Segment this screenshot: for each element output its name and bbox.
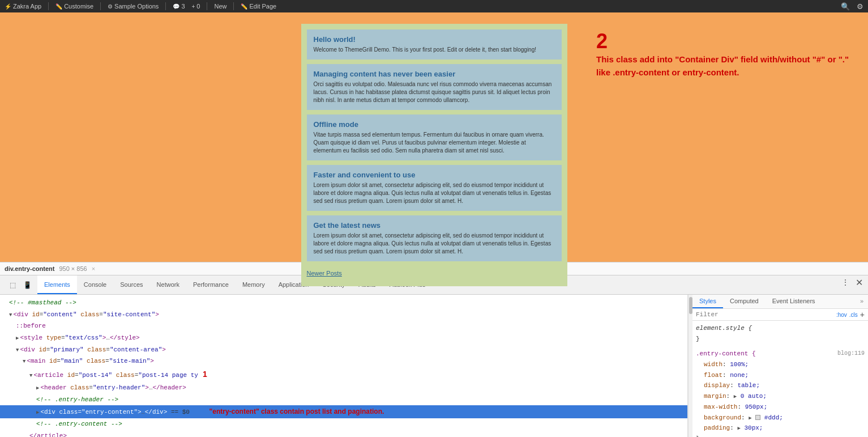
styles-tab-event-listeners[interactable]: Event Listeners: [766, 295, 822, 308]
tab-memory[interactable]: Memory: [236, 275, 272, 294]
topbar-new[interactable]: New: [214, 3, 226, 10]
tab-elements[interactable]: Elements: [37, 275, 77, 294]
elem-line[interactable]: ▼<main id="main" class="site-main">: [0, 355, 687, 367]
style-prop: float: none;: [696, 370, 865, 381]
styles-content: element.style { } .entry-content { blog:…: [692, 321, 868, 437]
styles-tabs: Styles Computed Event Listeners »: [692, 295, 868, 309]
elem-line[interactable]: ▼<div id="primary" class="content-area">: [0, 344, 687, 356]
blog-post: Offline mode Vitae turpis massa sed elem…: [307, 114, 562, 160]
separator: [165, 2, 166, 10]
devtools-close-button[interactable]: ✕: [852, 275, 866, 289]
preview-area: Hello world! Welcome to ThemeGrill Demo.…: [0, 12, 868, 262]
elem-line[interactable]: ▶<style type="text/css">…</style>: [0, 332, 687, 344]
blog-post-title[interactable]: Offline mode: [314, 120, 555, 129]
blog-post-title[interactable]: Hello world!: [314, 35, 555, 44]
styles-tab-more[interactable]: »: [856, 295, 868, 308]
elem-line[interactable]: <!-- #masthead -->: [0, 297, 687, 309]
devtools-icons: ⬚ 📱: [2, 275, 37, 294]
annotation-2: 2 This class add into "Container Div" fi…: [596, 29, 857, 79]
elem-line[interactable]: ▼<div id="content" class="site-content">: [0, 309, 687, 321]
style-selector: element.style {: [696, 323, 865, 334]
filter-cls[interactable]: .cls: [849, 312, 858, 318]
elem-line[interactable]: <!-- .entry-content -->: [0, 418, 687, 430]
style-close: }: [696, 334, 865, 345]
devtools-panel: ⬚ 📱 Elements Console Sources Network Per…: [0, 275, 868, 437]
style-source-link[interactable]: blog:119: [837, 349, 865, 358]
topbar-settings[interactable]: ⚙: [857, 2, 863, 11]
style-block-header: .entry-content { blog:119: [696, 349, 865, 359]
blog-post: Get the latest news Lorem ipsum dolor si…: [307, 215, 562, 261]
plus-icon: +: [192, 3, 195, 10]
elements-panel[interactable]: <!-- #masthead --> ▼<div id="content" cl…: [0, 295, 688, 437]
blog-post-text: Vitae turpis massa sed elementum tempus.…: [314, 131, 555, 155]
tab-network[interactable]: Network: [150, 275, 186, 294]
separator: [233, 2, 234, 10]
elem-line[interactable]: </article>: [0, 430, 687, 437]
comment-icon: 💬: [173, 3, 179, 10]
topbar-sample-options[interactable]: ⚙ Sample Options: [108, 3, 159, 10]
filter-hov[interactable]: :hov: [836, 312, 847, 318]
style-prop: width: 100%;: [696, 359, 865, 370]
tab-console[interactable]: Console: [77, 275, 113, 294]
style-prop: background: ▶ #ddd;: [696, 413, 865, 423]
style-block-element: element.style { }: [696, 323, 865, 344]
blog-post: Faster and convenient to use Lorem ipsum…: [307, 165, 562, 211]
style-prop: display: table;: [696, 380, 865, 391]
separator: [100, 2, 101, 10]
selected-class: div.entry-content: [5, 265, 54, 272]
selected-dimensions: 950 × 856: [59, 265, 87, 272]
style-block-entry-content: .entry-content { blog:119 width: 100%; f…: [696, 349, 865, 437]
blog-post-title[interactable]: Get the latest news: [314, 221, 555, 230]
separator: [207, 2, 207, 10]
filter-add[interactable]: +: [860, 310, 865, 319]
annotation-number: 2: [596, 29, 857, 53]
topbar-search[interactable]: 🔍: [841, 2, 850, 11]
blog-post-title[interactable]: Managing content has never been easier: [314, 70, 555, 78]
customise-icon: ✏️: [55, 3, 62, 10]
elem-line[interactable]: ▼<article id="post-14" class="post-14 pa…: [0, 367, 687, 382]
elem-line[interactable]: ::before: [0, 320, 687, 332]
blog-post-title[interactable]: Faster and convenient to use: [314, 171, 555, 179]
style-prop: max-width: 950px;: [696, 402, 865, 413]
blog-post: Hello world! Welcome to ThemeGrill Demo.…: [307, 29, 562, 60]
top-bar: ⚡ Zakra App ✏️ Customise ⚙ Sample Option…: [0, 0, 868, 12]
styles-filter-bar: :hov .cls +: [692, 309, 868, 321]
blog-post-text: Lorem ipsum dolor sit amet, consectetur …: [314, 181, 555, 205]
style-prop: margin: ▶ 0 auto;: [696, 391, 865, 402]
devtools-body: <!-- #masthead --> ▼<div id="content" cl…: [0, 295, 868, 437]
color-swatch: [755, 415, 760, 420]
styles-panel: Styles Computed Event Listeners » :hov .…: [692, 295, 868, 437]
topbar-comments[interactable]: 💬 3: [173, 3, 185, 10]
blog-post-text: Lorem ipsum dolor sit amet, consectetur …: [314, 232, 555, 256]
tab-sources[interactable]: Sources: [113, 275, 149, 294]
blog-post-text: Welcome to ThemeGrill Demo. This is your…: [314, 46, 555, 54]
topbar-edit-page[interactable]: ✏️ Edit Page: [241, 3, 276, 10]
scrollbar[interactable]: [688, 295, 692, 437]
tab-performance[interactable]: Performance: [186, 275, 236, 294]
topbar-customise[interactable]: ✏️ Customise: [55, 3, 93, 10]
elem-line[interactable]: ▶<header class="entry-header">…</header>: [0, 382, 687, 394]
app-icon: ⚡: [5, 3, 11, 10]
elem-line-selected[interactable]: ▶<div class="entry-content">…</div> == $…: [0, 405, 687, 418]
devtools-more-button[interactable]: ⋮: [839, 275, 852, 289]
styles-tab-computed[interactable]: Computed: [723, 295, 766, 308]
annotation-text: This class add into "Container Div" fiel…: [596, 53, 857, 79]
scrollbar-thumb: [689, 297, 692, 314]
blog-container: Hello world! Welcome to ThemeGrill Demo.…: [301, 24, 567, 286]
newer-posts-link[interactable]: Newer Posts: [307, 268, 342, 279]
elem-line[interactable]: <!-- .entry-header -->: [0, 394, 687, 406]
topbar-updates[interactable]: + 0: [192, 3, 200, 10]
blog-post-text: Orci sagittis eu volutpat odio. Malesuad…: [314, 80, 555, 104]
topbar-zakra-app[interactable]: ⚡ Zakra App: [5, 3, 41, 10]
separator: [48, 2, 49, 10]
style-prop: padding: ▶ 30px;: [696, 423, 865, 434]
styles-tab-styles[interactable]: Styles: [692, 295, 723, 308]
device-icon[interactable]: 📱: [20, 278, 34, 292]
edit-icon: ✏️: [241, 3, 247, 10]
inspect-icon[interactable]: ⬚: [6, 278, 19, 292]
styles-filter-input[interactable]: [696, 311, 834, 318]
blog-post: Managing content has never been easier O…: [307, 64, 562, 110]
options-icon: ⚙: [108, 3, 113, 10]
